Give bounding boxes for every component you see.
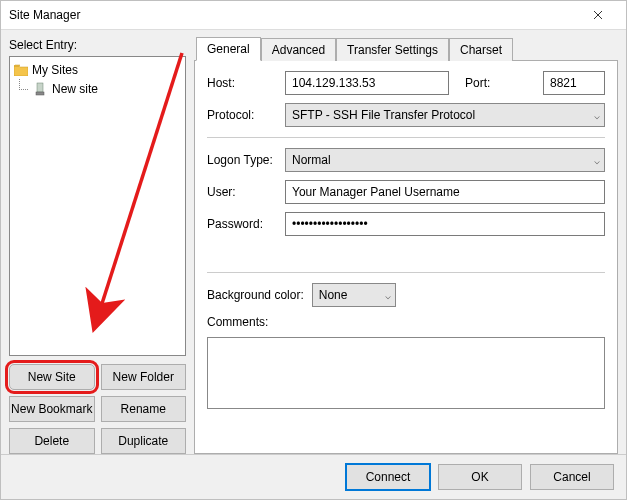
new-site-button[interactable]: New Site: [9, 364, 95, 390]
protocol-value: SFTP - SSH File Transfer Protocol: [292, 108, 475, 122]
right-pane: General Advanced Transfer Settings Chars…: [194, 36, 618, 454]
site-tree[interactable]: My Sites New site: [9, 56, 186, 356]
tree-connector: [19, 79, 28, 90]
host-input[interactable]: [285, 71, 449, 95]
server-icon: [34, 82, 48, 96]
host-row: Host: Port:: [207, 71, 605, 95]
chevron-down-icon: ⌵: [594, 155, 600, 166]
chevron-down-icon: ⌵: [385, 290, 391, 301]
dialog-body: Select Entry: My Sites New site: [1, 30, 626, 454]
protocol-select[interactable]: SFTP - SSH File Transfer Protocol ⌵: [285, 103, 605, 127]
tab-general[interactable]: General: [196, 37, 261, 61]
bgcolor-label: Background color:: [207, 288, 304, 302]
rename-button[interactable]: Rename: [101, 396, 187, 422]
password-input[interactable]: [285, 212, 605, 236]
tabset: General Advanced Transfer Settings Chars…: [196, 36, 618, 60]
tab-charset[interactable]: Charset: [449, 38, 513, 61]
left-pane: Select Entry: My Sites New site: [9, 36, 186, 454]
user-label: User:: [207, 185, 279, 199]
separator: [207, 272, 605, 273]
protocol-row: Protocol: SFTP - SSH File Transfer Proto…: [207, 103, 605, 127]
logon-type-row: Logon Type: Normal ⌵: [207, 148, 605, 172]
logon-type-label: Logon Type:: [207, 153, 279, 167]
tab-advanced[interactable]: Advanced: [261, 38, 336, 61]
general-panel: Host: Port: Protocol: SFTP - SSH File Tr…: [194, 60, 618, 454]
dialog-footer: Connect OK Cancel: [1, 454, 626, 499]
comments-row: Comments:: [207, 315, 605, 409]
folder-icon: [14, 64, 28, 76]
port-input[interactable]: [543, 71, 605, 95]
ok-button[interactable]: OK: [438, 464, 522, 490]
logon-type-value: Normal: [292, 153, 331, 167]
left-button-grid: New Site New Folder New Bookmark Rename …: [9, 364, 186, 454]
close-button[interactable]: [578, 1, 618, 29]
site-manager-window: Site Manager Select Entry: My Sites: [0, 0, 627, 500]
cancel-button[interactable]: Cancel: [530, 464, 614, 490]
select-entry-label: Select Entry:: [9, 38, 186, 52]
protocol-label: Protocol:: [207, 108, 279, 122]
tree-root-row[interactable]: My Sites: [14, 61, 181, 79]
tree-item-row[interactable]: New site: [14, 80, 181, 98]
duplicate-button[interactable]: Duplicate: [101, 428, 187, 454]
tree-item-label: New site: [52, 82, 98, 96]
host-label: Host:: [207, 76, 279, 90]
new-folder-button[interactable]: New Folder: [101, 364, 187, 390]
new-bookmark-button[interactable]: New Bookmark: [9, 396, 95, 422]
chevron-down-icon: ⌵: [594, 110, 600, 121]
bgcolor-select[interactable]: None ⌵: [312, 283, 396, 307]
comments-label: Comments:: [207, 315, 268, 329]
window-title: Site Manager: [9, 8, 578, 22]
user-input[interactable]: [285, 180, 605, 204]
comments-input[interactable]: [207, 337, 605, 409]
bgcolor-value: None: [319, 288, 348, 302]
logon-type-select[interactable]: Normal ⌵: [285, 148, 605, 172]
tree-root-label: My Sites: [32, 63, 78, 77]
tab-transfer-settings[interactable]: Transfer Settings: [336, 38, 449, 61]
separator: [207, 137, 605, 138]
bgcolor-row: Background color: None ⌵: [207, 283, 605, 307]
titlebar: Site Manager: [1, 1, 626, 30]
svg-rect-1: [36, 92, 44, 95]
password-row: Password:: [207, 212, 605, 236]
password-label: Password:: [207, 217, 279, 231]
svg-rect-0: [37, 83, 43, 92]
delete-button[interactable]: Delete: [9, 428, 95, 454]
close-icon: [593, 10, 603, 20]
connect-button[interactable]: Connect: [346, 464, 430, 490]
port-label: Port:: [465, 76, 537, 90]
user-row: User:: [207, 180, 605, 204]
